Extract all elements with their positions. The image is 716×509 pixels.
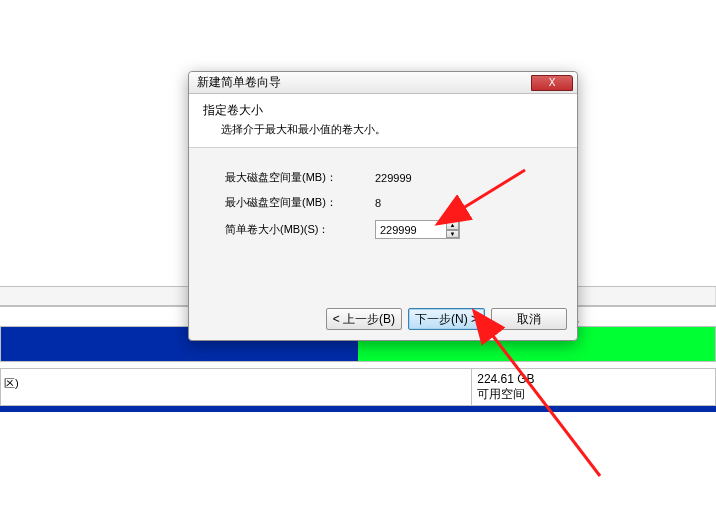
dialog-titlebar[interactable]: 新建简单卷向导 X [189,72,577,94]
max-disk-space-value: 229999 [375,172,412,184]
min-disk-space-label: 最小磁盘空间量(MB)： [225,195,375,210]
cancel-button[interactable]: 取消 [491,308,567,330]
volume-size-label: 简单卷大小(MB)(S)： [225,222,375,237]
disk-strip [0,406,716,412]
spinner-down-button[interactable]: ▼ [446,230,459,239]
min-disk-space-value: 8 [375,197,381,209]
partition-label-left: 区) [0,374,23,393]
free-space-size: 224.61 GB [477,372,710,386]
header-subtitle: 选择介于最大和最小值的卷大小。 [203,122,563,137]
dialog-title: 新建简单卷向导 [197,74,281,91]
dialog-button-row: < 上一步(B) 下一步(N) > 取消 [189,300,577,340]
spinner-up-button[interactable]: ▲ [446,221,459,230]
back-button[interactable]: < 上一步(B) [326,308,402,330]
disk-graph-2: 224.61 GB 可用空间 [0,368,716,406]
header-title: 指定卷大小 [203,102,563,119]
new-simple-volume-wizard-dialog: 新建简单卷向导 X 指定卷大小 选择介于最大和最小值的卷大小。 最大磁盘空间量(… [188,71,578,341]
free-space-label: 可用空间 [477,386,710,403]
volume-size-spinner: ▲ ▼ [446,221,459,238]
dialog-body: 最大磁盘空间量(MB)： 229999 最小磁盘空间量(MB)： 8 简单卷大小… [189,148,577,300]
next-button[interactable]: 下一步(N) > [408,308,485,330]
max-disk-space-label: 最大磁盘空间量(MB)： [225,170,375,185]
close-icon: X [549,77,556,88]
close-button[interactable]: X [531,75,573,91]
partition-slot-a[interactable] [1,369,472,405]
free-space-slot[interactable]: 224.61 GB 可用空间 [472,369,715,405]
dialog-header: 指定卷大小 选择介于最大和最小值的卷大小。 [189,94,577,148]
